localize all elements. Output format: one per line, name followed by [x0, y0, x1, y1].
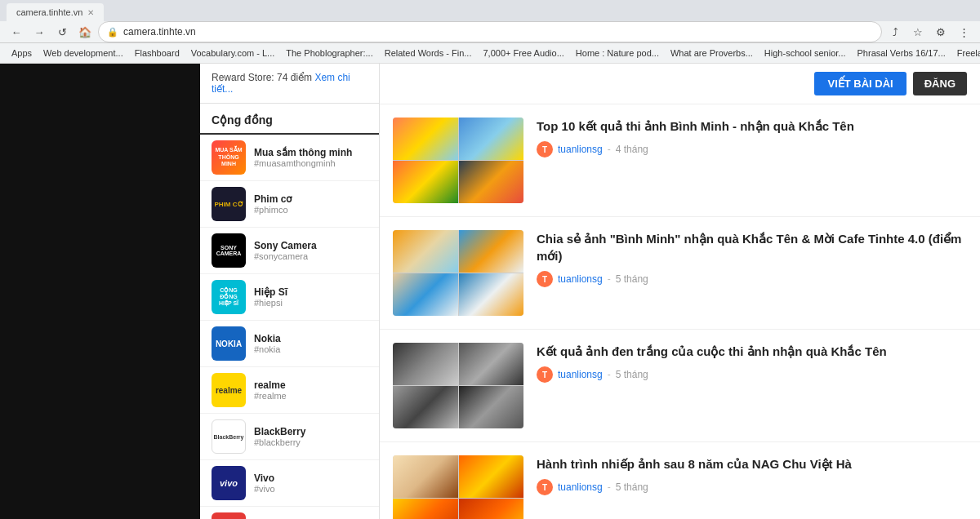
article-info: Top 10 kết quả thi ảnh Bình Minh - nhận … [537, 118, 967, 157]
back-button[interactable]: ← [7, 22, 26, 42]
meta-separator: - [608, 369, 611, 380]
sidebar-item-nokia[interactable]: NOKIA Nokia #nokia [200, 321, 379, 367]
sidebar-item-phimco[interactable]: PHIM CƠ Phim cơ #phimco [200, 181, 379, 228]
bookmark-phrasal[interactable]: Phrasal Verbs 16/17... [853, 47, 951, 60]
dang-button[interactable]: ĐĂNG [913, 72, 967, 95]
community-name-muasam: Mua sắm thông minh [254, 147, 352, 158]
author-link[interactable]: tuanlionsg [558, 273, 603, 285]
avatar: T [537, 271, 553, 287]
article-thumbnail [393, 118, 523, 203]
thumbnail-grid [393, 455, 523, 519]
community-handle-realme: #realme [254, 391, 287, 401]
share-button[interactable]: ⤴ [885, 22, 905, 42]
thumb-cell [393, 343, 458, 385]
bookmark-highschool[interactable]: High-school senior... [760, 47, 851, 60]
menu-button[interactable]: ⋮ [954, 22, 973, 42]
home-button[interactable]: 🏠 [75, 22, 95, 42]
community-handle-phimco: #phimco [254, 205, 292, 215]
thumb-cell [459, 161, 524, 203]
thumb-cell [393, 273, 458, 316]
article-title[interactable]: Chia sẻ ảnh "Bình Minh" nhận quà Khắc Tê… [537, 230, 967, 264]
browser-nav: ← → ↺ 🏠 🔒 camera.tinhte.vn ⤴ ☆ ⚙ ⋮ [0, 21, 980, 43]
bookmark-nature[interactable]: Home : Nature pod... [571, 47, 664, 60]
forward-button[interactable]: → [29, 22, 49, 42]
avatar: T [537, 366, 553, 383]
article-item: Top 10 kết quả thi ảnh Bình Minh - nhận … [380, 104, 980, 217]
community-name-blackberry: BlackBerry [254, 426, 305, 437]
meta-time: 5 tháng [616, 273, 648, 285]
community-info-realme: realme #realme [254, 379, 287, 401]
bookmark-phoblographer[interactable]: The Phoblographer:... [281, 47, 377, 60]
community-name-sony: Sony Camera [254, 240, 317, 251]
article-title[interactable]: Hành trình nhiếp ảnh sau 8 năm của NAG C… [537, 455, 967, 472]
meta-separator: - [608, 481, 611, 493]
community-logo-vivo: vivo [212, 466, 246, 500]
thumb-cell [459, 343, 524, 385]
author-link[interactable]: tuanlionsg [558, 144, 603, 155]
article-meta: T tuanlionsg - 5 tháng [537, 366, 967, 383]
sidebar-section-title: Cộng đồng [200, 104, 379, 135]
bookmark-vocab[interactable]: Vocabulary.com - L... [186, 47, 280, 60]
community-handle-muasam: #muasamthongminh [254, 158, 352, 168]
sidebar-item-muasam[interactable]: MUA SẮMTHÔNG MINH Mua sắm thông minh #mu… [200, 135, 379, 181]
sidebar-item-realme[interactable]: realme realme #realme [200, 367, 379, 414]
sidebar-item-vivo[interactable]: vivo Vivo #vivo [200, 460, 379, 507]
community-handle-blackberry: #blackberry [254, 437, 305, 447]
bookmark-button[interactable]: ☆ [908, 22, 928, 42]
left-panel [0, 64, 200, 519]
sidebar-item-blackberry[interactable]: BlackBerry BlackBerry #blackberry [200, 414, 379, 460]
article-item: Chia sẻ ảnh "Bình Minh" nhận quà Khắc Tê… [380, 217, 980, 330]
thumb-cell [459, 230, 524, 273]
article-meta: T tuanlionsg - 4 tháng [537, 141, 967, 157]
tab-close-button[interactable]: ✕ [87, 8, 94, 17]
sidebar-item-sony[interactable]: SONYCAMERA Sony Camera #sonycamera [200, 228, 379, 274]
thumbnail-grid [393, 343, 523, 428]
reward-banner: Reward Store: 74 điểm Xem chi tiết... [200, 64, 379, 104]
community-logo-sony: SONYCAMERA [212, 233, 246, 268]
thumb-cell [459, 455, 524, 498]
article-thumbnail [393, 230, 523, 316]
bookmark-proverbs[interactable]: What are Proverbs... [666, 47, 758, 60]
sidebar-item-hiepsi[interactable]: CỘNG ĐỒNGHIỆP SĨ Hiệp Sĩ #hiepsi [200, 274, 379, 321]
thumb-cell [393, 499, 458, 519]
article-info: Hành trình nhiếp ảnh sau 8 năm của NAG C… [537, 455, 967, 495]
community-name-vivo: Vivo [254, 472, 275, 484]
community-handle-vivo: #vivo [254, 484, 275, 494]
browser-tab[interactable]: camera.tinhte.vn ✕ [7, 3, 104, 21]
meta-time: 4 tháng [616, 144, 648, 155]
refresh-button[interactable]: ↺ [52, 22, 72, 42]
bookmark-audio[interactable]: 7,000+ Free Audio... [478, 47, 568, 60]
article-title[interactable]: Kết quả ảnh đen trắng của cuộc thi ảnh n… [537, 343, 967, 360]
article-title[interactable]: Top 10 kết quả thi ảnh Bình Minh - nhận … [537, 118, 967, 135]
author-link[interactable]: tuanlionsg [558, 369, 603, 380]
bookmark-webdev[interactable]: Web development... [38, 47, 128, 60]
community-info-hiepsi: Hiệp Sĩ #hiepsi [254, 286, 287, 308]
community-name-realme: realme [254, 379, 287, 391]
article-item: Hành trình nhiếp ảnh sau 8 năm của NAG C… [380, 442, 980, 519]
extensions-button[interactable]: ⚙ [931, 22, 951, 42]
community-info-vivo: Vivo #vivo [254, 472, 275, 494]
viet-bai-button[interactable]: VIẾT BÀI DÀI [814, 72, 906, 95]
browser-chrome: camera.tinhte.vn ✕ ← → ↺ 🏠 🔒 camera.tinh… [0, 0, 980, 42]
bookmark-flashboard[interactable]: Flashboard [130, 47, 185, 60]
community-logo-nokia: NOKIA [212, 326, 246, 361]
reward-text: Reward Store: 74 điểm [212, 72, 312, 83]
article-thumbnail [393, 455, 523, 519]
thumb-cell [459, 273, 524, 316]
sidebar-item-viettel[interactable]: Viettel Viettel #viettel [200, 507, 379, 519]
bookmark-freelance[interactable]: Freelance [952, 47, 980, 60]
thumb-cell [393, 118, 458, 160]
tab-label: camera.tinhte.vn [16, 7, 82, 17]
thumb-cell [393, 386, 458, 428]
article-meta: T tuanlionsg - 5 tháng [537, 479, 967, 495]
bookmark-apps[interactable]: Apps [7, 47, 37, 60]
community-logo-blackberry: BlackBerry [212, 419, 246, 454]
article-item: Kết quả ảnh đen trắng của cuộc thi ảnh n… [380, 330, 980, 442]
bookmark-relatedwords[interactable]: Related Words - Fin... [380, 47, 477, 60]
community-info-nokia: Nokia #nokia [254, 333, 281, 354]
address-bar[interactable]: 🔒 camera.tinhte.vn [98, 21, 882, 42]
community-name-hiepsi: Hiệp Sĩ [254, 286, 287, 298]
thumbnail-grid [393, 118, 523, 203]
thumb-cell [393, 230, 458, 273]
author-link[interactable]: tuanlionsg [558, 481, 603, 493]
